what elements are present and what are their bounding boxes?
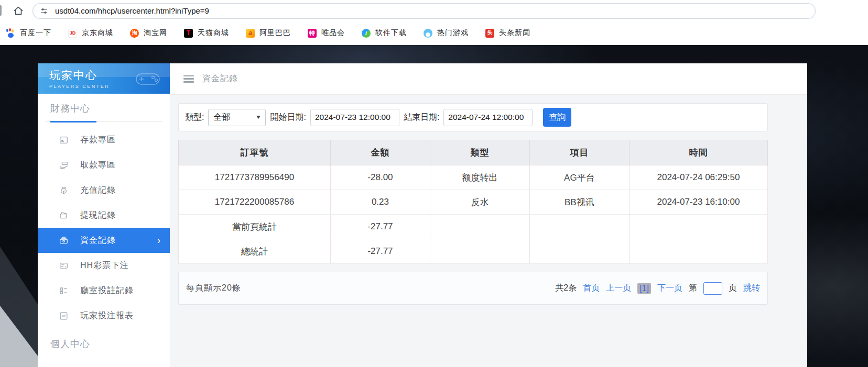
cell-time: 2024-07-23 16:10:00 (629, 190, 767, 215)
section-accent-bar (50, 121, 96, 123)
total-count: 共2条 (555, 283, 577, 294)
bookmark-software[interactable]: i 软件下载 (362, 28, 407, 38)
sidebar-item-label: 廳室投註記錄 (80, 285, 134, 296)
bookmark-baidu[interactable]: 百度一下 (6, 28, 51, 38)
first-page-link[interactable]: 首页 (583, 283, 600, 294)
table-header-row: 訂單號 金額 類型 項目 時間 (179, 140, 768, 165)
url-bar[interactable]: usdt04.com/hhcp/usercenter.html?iniType=… (32, 3, 816, 19)
baidu-favicon (6, 29, 15, 38)
column-header-amount: 金額 (330, 140, 430, 165)
sidebar-item-deposit-zone[interactable]: 存款專區 (38, 127, 170, 152)
bookmark-jd[interactable]: JD 京东商城 (68, 28, 113, 38)
sidebar-item-hall-bet-record[interactable]: 廳室投註記錄 (38, 278, 170, 303)
sidebar-item-label: HH彩票下注 (80, 260, 129, 271)
games-favicon (424, 29, 432, 38)
select-caret-icon (256, 116, 261, 119)
cell-empty (629, 215, 767, 239)
section-title: 個人中心 (50, 339, 90, 349)
jump-go-link[interactable]: 跳转 (743, 283, 760, 294)
next-page-link[interactable]: 下一页 (657, 283, 682, 294)
pagination-bar: 每頁顯示20條 共2条 首页 上一页 [1] 下一页 第 页 跳转 (178, 272, 768, 305)
bookmark-tmall[interactable]: T 天猫商城 (184, 28, 229, 38)
withdraw-icon (59, 160, 69, 170)
bookmark-label: 软件下载 (375, 28, 407, 38)
cell-amount: -27.77 (330, 215, 430, 239)
cell-label: 總統計 (179, 239, 331, 264)
sidebar-header: 玩家中心 PLAYERS CENTER (38, 63, 170, 94)
deposit-icon (59, 135, 69, 145)
url-text: usdt04.com/hhcp/usercenter.html?iniType=… (55, 6, 209, 15)
per-page-info: 每頁顯示20條 (186, 283, 241, 294)
bookmark-games[interactable]: 热门游戏 (424, 28, 469, 38)
section-finance-center: 財務中心 (45, 94, 162, 122)
sidebar-item-label: 存款專區 (80, 135, 116, 146)
page-background: 玩家中心 PLAYERS CENTER 財務中心 存款專區 (0, 45, 868, 367)
player-bet-report-icon (59, 311, 69, 321)
lottery-bet-icon (59, 261, 69, 271)
search-button[interactable]: 查詢 (543, 108, 571, 127)
table-row-page-subtotal: 當前頁統計 -27.77 (179, 215, 768, 239)
table-row-grand-total: 總統計 -27.77 (179, 239, 768, 264)
bookmark-label: 天猫商城 (198, 28, 229, 38)
bookmark-label: 阿里巴巴 (259, 28, 291, 38)
cell-order-no: 1721773789956490 (179, 165, 331, 190)
type-select[interactable]: 全部 (208, 109, 266, 126)
recharge-record-icon (59, 185, 69, 195)
site-info-icon[interactable] (39, 6, 50, 16)
bookmark-taobao[interactable]: 淘 淘宝网 (130, 28, 167, 38)
toutiao-favicon: 头 (485, 29, 494, 38)
column-header-order-no: 訂單號 (179, 140, 331, 165)
table-row: 1721773789956490 -28.00 额度转出 AG平台 2024-0… (179, 165, 768, 190)
tmall-favicon: T (184, 29, 193, 38)
page-jump-input[interactable] (703, 282, 722, 295)
cell-item: AG平台 (529, 165, 629, 190)
column-header-item: 項目 (529, 140, 629, 165)
sidebar-item-recharge-record[interactable]: 充值記錄 (38, 177, 170, 203)
end-date-input[interactable] (443, 109, 533, 126)
page-title: 資金記錄 (202, 73, 238, 84)
browser-toolbar: usdt04.com/hhcp/usercenter.html?iniType=… (0, 0, 868, 21)
column-header-time: 時間 (629, 140, 767, 165)
sidebar-item-player-bet-report[interactable]: 玩家投注報表 (38, 303, 170, 328)
column-header-type: 類型 (430, 140, 529, 165)
cell-type: 额度转出 (430, 165, 529, 190)
sidebar-item-label: 充值記錄 (80, 185, 116, 196)
cell-order-no: 1721722200085786 (179, 190, 331, 215)
bookmark-label: 百度一下 (20, 28, 51, 38)
bookmark-vip[interactable]: 特 唯品会 (308, 28, 345, 38)
home-button[interactable] (9, 2, 27, 20)
sidebar-item-withdrawal-record[interactable]: 提現記錄 (38, 203, 170, 228)
home-icon (13, 5, 24, 17)
start-date-input[interactable] (310, 109, 399, 126)
end-date-label: 結束日期: (404, 112, 439, 123)
prev-page-link[interactable]: 上一页 (606, 283, 631, 294)
bookmark-label: 唯品会 (321, 28, 345, 38)
sidebar: 玩家中心 PLAYERS CENTER 財務中心 存款專區 (38, 63, 170, 367)
cell-time: 2024-07-24 06:29:50 (629, 165, 767, 190)
type-select-value: 全部 (213, 112, 230, 123)
menu-toggle-icon[interactable] (183, 75, 194, 83)
section-title: 財務中心 (50, 103, 90, 114)
sidebar-item-withdraw-zone[interactable]: 取款專區 (38, 152, 170, 177)
main-content: 資金記錄 類型: 全部 開始日期: 結束日期: 查詢 (170, 63, 807, 367)
withdrawal-record-icon (59, 210, 69, 220)
cell-amount: -28.00 (330, 165, 430, 190)
cell-amount: 0.23 (330, 190, 430, 215)
sidebar-item-label: 取款專區 (80, 160, 116, 171)
bookmark-label: 京东商城 (82, 28, 113, 38)
type-label: 類型: (185, 112, 204, 123)
hall-bet-record-icon (59, 286, 69, 296)
bookmark-toutiao[interactable]: 头 头条新闻 (485, 28, 530, 38)
cell-label: 當前頁統計 (179, 215, 331, 239)
funds-table: 訂單號 金額 類型 項目 時間 1721773789956490 -28.00 … (178, 140, 768, 264)
filter-bar: 類型: 全部 開始日期: 結束日期: 查詢 (178, 103, 768, 131)
taobao-favicon: 淘 (130, 29, 139, 38)
bookmark-label: 淘宝网 (144, 28, 167, 38)
chevron-right-icon: › (157, 236, 160, 245)
gamepad-icon (133, 69, 162, 88)
table-row: 1721722200085786 0.23 反水 BB视讯 2024-07-23… (179, 190, 768, 215)
funds-record-icon (59, 236, 69, 246)
sidebar-item-funds-record[interactable]: 資金記錄 › (38, 228, 170, 253)
bookmark-alibaba[interactable]: a 阿里巴巴 (246, 28, 291, 38)
sidebar-item-hh-lottery-bet[interactable]: HH彩票下注 (38, 253, 170, 278)
